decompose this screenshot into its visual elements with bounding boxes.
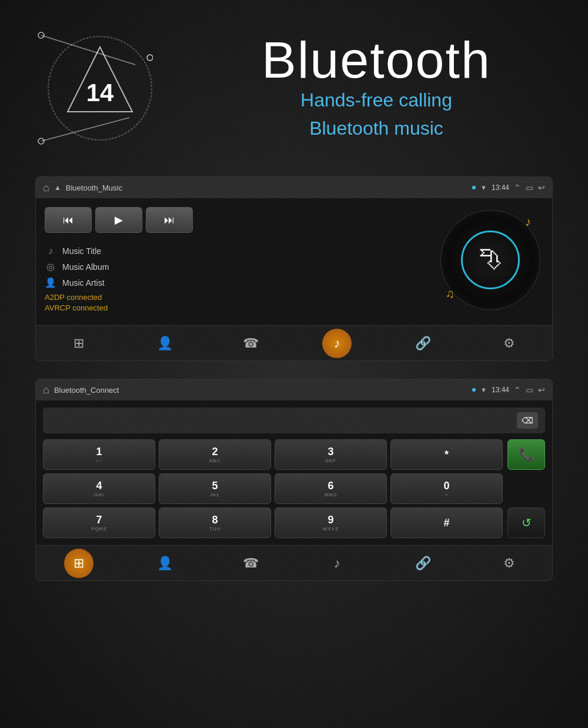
connect-music-icon: ♪ — [334, 556, 340, 571]
panels-container: ⌂ ▲ Bluetooth_Music ▼ 13:44 ⌃ ▭ ↩ ⏮ ▶ ⏭ — [0, 171, 588, 587]
call-icon: 📞 — [519, 447, 534, 462]
subtitle-line1: Hands-free calling — [188, 86, 564, 114]
music-time: 13:44 — [492, 183, 509, 192]
svg-text:14: 14 — [86, 79, 114, 106]
music-statusbar-right: ▼ 13:44 ⌃ ▭ ↩ — [472, 183, 545, 192]
nav-keypad-music[interactable]: ⊞ — [64, 329, 93, 358]
music-content: ⏮ ▶ ⏭ ♪ Music Title ◎ Music Album 👤 — [36, 198, 552, 325]
key-5[interactable]: 5 JKL — [159, 473, 271, 504]
key-1[interactable]: 1 ○○ — [43, 439, 155, 470]
music-note-top: ♪ — [525, 215, 531, 229]
track-album-row: ◎ Music Album — [45, 261, 429, 272]
connect-signal: ▼ — [480, 386, 487, 393]
connect-keypad-icon: ⊞ — [74, 556, 84, 571]
key-7-main: 7 — [96, 514, 102, 526]
connect-expand[interactable]: ⌃ — [514, 385, 521, 395]
track-title-row: ♪ Music Title — [45, 246, 429, 256]
dial-content: ⌫ 1 ○○ 2 ABC 3 DEF — [36, 400, 552, 545]
key-hash-main: # — [443, 517, 449, 529]
connect-back[interactable]: ↩ — [538, 385, 545, 395]
album-art: ♪ ⮷ ♫ — [437, 207, 543, 313]
redial-button[interactable]: ↺ — [507, 507, 545, 538]
connect-nav-music[interactable]: ♪ — [322, 549, 352, 578]
transport-controls: ⏮ ▶ ⏭ — [45, 207, 429, 233]
logo-svg: 14 — [24, 18, 153, 159]
music-icon-active: ♪ — [334, 336, 340, 351]
back-icon[interactable]: ↩ — [538, 183, 545, 192]
nav-link-music[interactable]: 🔗 — [408, 329, 437, 358]
header-section: 14 Bluetooth Hands-free calling Bluetoot… — [0, 0, 588, 171]
connect-nav-bar: ⊞ 👤 ☎ ♪ 🔗 ⚙ — [36, 545, 552, 580]
phone-icon: ☎ — [243, 336, 259, 351]
connect-home-icon[interactable]: ⌂ — [43, 384, 49, 396]
backspace-button[interactable]: ⌫ — [517, 412, 538, 429]
key-hash[interactable]: # — [390, 507, 503, 538]
key-4[interactable]: 4 GHI — [43, 473, 155, 504]
a2dp-status: A2DP connected — [45, 293, 429, 302]
avrcp-status: AVRCP connected — [45, 303, 429, 312]
expand-icon[interactable]: ⌃ — [514, 183, 521, 192]
key-4-main: 4 — [96, 480, 102, 492]
redial-icon: ↺ — [522, 516, 532, 530]
next-button[interactable]: ⏭ — [146, 207, 193, 233]
nav-settings-music[interactable]: ⚙ — [495, 329, 524, 358]
music-panel: ⌂ ▲ Bluetooth_Music ▼ 13:44 ⌃ ▭ ↩ ⏮ ▶ ⏭ — [35, 176, 553, 361]
connect-nav-link[interactable]: 🔗 — [408, 549, 437, 578]
key-7[interactable]: 7 PQRS — [43, 507, 155, 538]
key-star-main: * — [445, 449, 449, 461]
connect-nav-settings[interactable]: ⚙ — [495, 549, 524, 578]
connect-contacts-icon: 👤 — [157, 556, 173, 571]
bt-status-dot — [472, 186, 476, 189]
keypad-grid: 1 ○○ 2 ABC 3 DEF * 4 — [43, 439, 503, 538]
music-nav-bar: ⊞ 👤 ☎ ♪ 🔗 ⚙ — [36, 325, 552, 360]
key-3[interactable]: 3 DEF — [275, 439, 387, 470]
track-info: ♪ Music Title ◎ Music Album 👤 Music Arti… — [45, 243, 429, 316]
key-6[interactable]: 6 MNO — [275, 473, 387, 504]
key-9[interactable]: 9 WXYZ — [275, 507, 387, 538]
key-3-main: 3 — [328, 446, 333, 458]
vinyl-record: ♪ ⮷ ♫ — [440, 210, 540, 310]
connect-panel-title: Bluetooth_Connect — [54, 386, 467, 395]
signal-icon: ▲ — [54, 183, 61, 192]
link-icon: 🔗 — [415, 336, 431, 351]
key-9-main: 9 — [328, 514, 333, 526]
key-6-main: 6 — [328, 480, 333, 492]
connect-nav-phone[interactable]: ☎ — [236, 549, 266, 578]
connect-window[interactable]: ▭ — [526, 385, 533, 395]
subtitle-line2: Bluetooth music — [188, 114, 564, 142]
keypad-actions: 📞 ↺ — [507, 439, 545, 538]
connect-nav-keypad-active[interactable]: ⊞ — [64, 549, 93, 578]
prev-button[interactable]: ⏮ — [45, 207, 92, 233]
track-artist-row: 👤 Music Artist — [45, 277, 429, 288]
title-area: Bluetooth Hands-free calling Bluetooth m… — [188, 34, 564, 142]
play-button[interactable]: ▶ — [95, 207, 142, 233]
connect-phone-icon: ☎ — [243, 556, 259, 571]
call-button[interactable]: 📞 — [507, 439, 545, 470]
key-5-main: 5 — [212, 480, 218, 492]
key-2-main: 2 — [212, 446, 218, 458]
home-icon[interactable]: ⌂ — [43, 182, 49, 194]
nav-music-active[interactable]: ♪ — [322, 329, 352, 358]
key-star[interactable]: * — [390, 439, 503, 470]
window-icon[interactable]: ▭ — [526, 183, 533, 192]
connect-nav-contacts[interactable]: 👤 — [150, 549, 179, 578]
music-panel-title: Bluetooth_Music — [66, 183, 467, 192]
track-title: Music Title — [62, 246, 101, 256]
music-note-icon: ♪ — [45, 246, 56, 256]
key-8[interactable]: 8 TUV — [159, 507, 271, 538]
connect-statusbar: ⌂ Bluetooth_Connect ▼ 13:44 ⌃ ▭ ↩ — [36, 379, 552, 400]
subtitle: Hands-free calling Bluetooth music — [188, 86, 564, 142]
nav-contacts-music[interactable]: 👤 — [150, 329, 179, 358]
key-2[interactable]: 2 ABC — [159, 439, 271, 470]
bluetooth-icon-large: ⮷ — [479, 247, 502, 273]
signal-bars: ▼ — [480, 184, 487, 191]
music-note-bottom: ♫ — [446, 287, 455, 300]
key-0[interactable]: 0 + — [390, 473, 503, 504]
key-1-main: 1 — [96, 446, 102, 458]
key-8-main: 8 — [212, 514, 218, 526]
settings-icon: ⚙ — [503, 336, 515, 351]
track-artist: Music Artist — [62, 278, 105, 288]
disc-icon: ◎ — [45, 261, 56, 272]
nav-phone-music[interactable]: ☎ — [236, 329, 266, 358]
keypad-icon: ⊞ — [74, 336, 84, 351]
